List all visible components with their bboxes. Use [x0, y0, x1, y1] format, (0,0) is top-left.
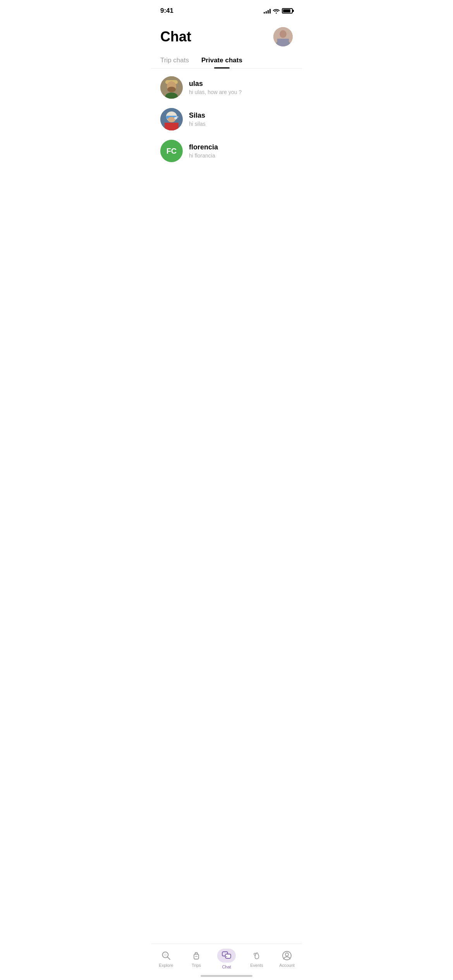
status-bar: 9:41: [151, 0, 302, 19]
chat-preview: hi florancia: [189, 152, 293, 159]
svg-point-1: [280, 30, 287, 38]
chat-name: ulas: [189, 80, 293, 88]
tab-trip-chats[interactable]: Trip chats: [160, 53, 189, 68]
chat-info: Silas hi silas: [189, 111, 293, 127]
avatar: [160, 108, 183, 130]
avatar: FC: [160, 140, 183, 162]
svg-point-8: [167, 87, 176, 92]
list-item[interactable]: ulas hi ulas, how are you ?: [151, 72, 302, 103]
chat-name: florencia: [189, 143, 293, 151]
svg-point-16: [168, 117, 175, 122]
chat-preview: hi silas: [189, 121, 293, 127]
status-time: 9:41: [160, 7, 173, 15]
list-item[interactable]: Silas hi silas: [151, 103, 302, 135]
svg-rect-3: [277, 39, 289, 46]
svg-point-18: [176, 116, 178, 118]
wifi-icon: [273, 9, 280, 14]
signal-icon: [264, 8, 271, 14]
chat-info: florencia hi florancia: [189, 143, 293, 159]
page-title: Chat: [160, 29, 191, 45]
chat-info: ulas hi ulas, how are you ?: [189, 80, 293, 95]
page-header: Chat: [151, 19, 302, 53]
avatar: [160, 76, 183, 99]
chat-list: ulas hi ulas, how are you ?: [151, 69, 302, 170]
chat-tabs: Trip chats Private chats: [151, 53, 302, 69]
svg-rect-15: [165, 123, 178, 130]
battery-icon: [282, 8, 293, 14]
chat-preview: hi ulas, how are you ?: [189, 89, 293, 95]
chat-name: Silas: [189, 111, 293, 120]
list-item[interactable]: FC florencia hi florancia: [151, 135, 302, 167]
status-icons: [264, 8, 293, 14]
tab-private-chats[interactable]: Private chats: [201, 53, 242, 68]
user-avatar[interactable]: [273, 27, 293, 46]
